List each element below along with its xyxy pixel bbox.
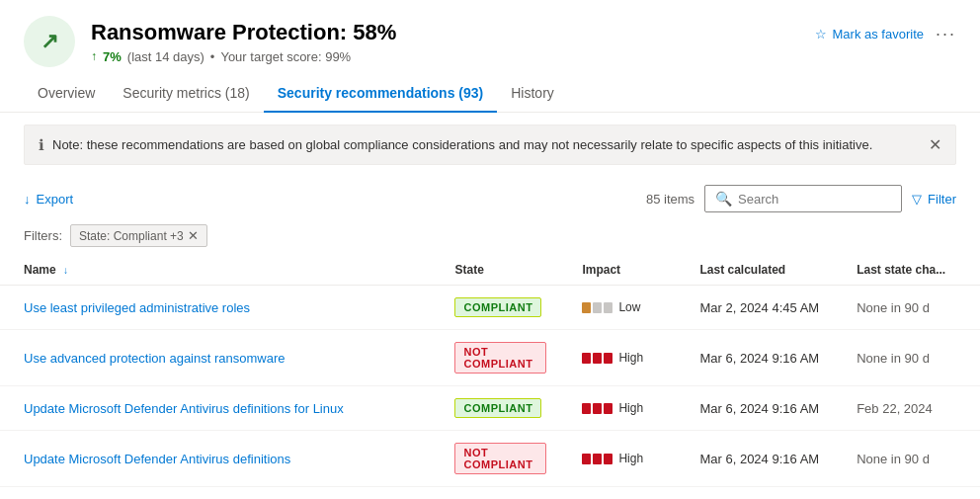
page-header: ↗ Ransomware Protection: 58% ↑ 7% (last … [0, 0, 980, 67]
notice-bar: ℹ Note: these recommendations are based … [24, 125, 956, 165]
notice-text: Note: these recommendations are based on… [52, 137, 872, 152]
notice-close-button[interactable]: ✕ [929, 135, 941, 154]
impact-label: Low [618, 300, 640, 314]
row-state: COMPLIANT [431, 386, 558, 431]
table-row: Use advanced protection against ransomwa… [0, 330, 980, 386]
impact-square [582, 454, 591, 464]
recommendations-table: Name ↓ State Impact Last calculated Last… [0, 255, 980, 487]
row-last-calculated: Mar 6, 2024 9:16 AM [676, 330, 833, 386]
row-impact: High [558, 431, 676, 487]
row-state: COMPLIANT [431, 286, 558, 330]
impact-square [593, 403, 602, 414]
impact-label: High [618, 351, 643, 365]
impact-square [593, 454, 602, 464]
notice-content: ℹ Note: these recommendations are based … [39, 136, 872, 154]
star-icon: ☆ [815, 27, 827, 42]
tab-overview[interactable]: Overview [24, 75, 109, 113]
row-state: NOT COMPLIANT [431, 431, 558, 487]
filter-icon: ▽ [912, 192, 922, 207]
toolbar-right: 85 items 🔍 ▽ Filter [646, 185, 956, 212]
col-name-label: Name [24, 263, 56, 277]
filter-button[interactable]: ▽ Filter [912, 192, 956, 207]
info-icon: ℹ [39, 136, 44, 154]
score-period: (last 14 days) [127, 49, 204, 64]
up-arrow-icon: ↑ [91, 49, 97, 63]
filters-label: Filters: [24, 228, 62, 243]
mark-favorite-button[interactable]: ☆ Mark as favorite [815, 27, 924, 42]
export-label: Export [37, 192, 74, 207]
row-impact: High [558, 386, 676, 431]
status-badge: COMPLIANT [454, 398, 541, 418]
row-last-state-change: None in 90 d [833, 330, 980, 386]
row-last-state-change: None in 90 d [833, 286, 980, 330]
target-score: Your target score: 99% [220, 49, 351, 64]
tab-security-metrics[interactable]: Security metrics (18) [109, 75, 263, 113]
row-last-calculated: Mar 2, 2024 4:45 AM [676, 286, 833, 330]
filter-tag: State: Compliant +3 ✕ [70, 224, 207, 247]
filter-tag-remove-button[interactable]: ✕ [188, 228, 199, 243]
search-icon: 🔍 [715, 191, 732, 207]
row-name[interactable]: Update Microsoft Defender Antivirus defi… [0, 386, 431, 431]
impact-square [593, 353, 602, 364]
status-badge: NOT COMPLIANT [454, 443, 546, 474]
col-header-name: Name ↓ [0, 255, 431, 286]
status-badge: NOT COMPLIANT [454, 342, 546, 374]
separator-dot: • [210, 49, 215, 64]
title-block: Ransomware Protection: 58% ↑ 7% (last 14… [91, 20, 396, 64]
tab-history[interactable]: History [497, 75, 568, 113]
impact-square [582, 302, 591, 313]
row-impact: Low [558, 286, 676, 330]
favorite-label: Mark as favorite [833, 27, 924, 42]
row-name[interactable]: Use advanced protection against ransomwa… [0, 330, 431, 386]
status-badge: COMPLIANT [454, 297, 541, 317]
impact-square [604, 302, 612, 313]
row-state: NOT COMPLIANT [431, 330, 558, 386]
items-count: 85 items [646, 192, 694, 207]
toolbar: ↓ Export 85 items 🔍 ▽ Filter [0, 177, 980, 220]
tab-security-recommendations[interactable]: Security recommendations (93) [264, 75, 498, 113]
trending-up-icon: ↗ [41, 29, 58, 54]
sort-arrow-icon: ↓ [63, 265, 68, 276]
col-header-impact: Impact [558, 255, 676, 286]
impact-label: High [618, 401, 643, 415]
col-header-last-calculated: Last calculated [676, 255, 833, 286]
search-input[interactable] [738, 192, 891, 207]
score-icon: ↗ [24, 16, 75, 67]
impact-square [604, 403, 612, 414]
row-last-state-change: None in 90 d [833, 431, 980, 487]
impact-square [593, 302, 602, 313]
table-header-row: Name ↓ State Impact Last calculated Last… [0, 255, 980, 286]
row-name[interactable]: Use least privileged administrative role… [0, 286, 431, 330]
search-box[interactable]: 🔍 [704, 185, 902, 212]
col-header-last-state-change: Last state cha... [833, 255, 980, 286]
filter-tag-text: State: Compliant +3 [79, 229, 184, 243]
filter-label: Filter [928, 192, 956, 207]
table-row: Use least privileged administrative role… [0, 286, 980, 330]
impact-label: High [618, 452, 643, 465]
row-last-calculated: Mar 6, 2024 9:16 AM [676, 431, 833, 487]
row-last-calculated: Mar 6, 2024 9:16 AM [676, 386, 833, 431]
impact-square [604, 353, 612, 364]
impact-square [582, 403, 591, 414]
subtitle: ↑ 7% (last 14 days) • Your target score:… [91, 49, 396, 64]
col-header-state: State [431, 255, 558, 286]
header-left: ↗ Ransomware Protection: 58% ↑ 7% (last … [24, 16, 396, 67]
export-button[interactable]: ↓ Export [24, 192, 73, 207]
table-row: Update Microsoft Defender Antivirus defi… [0, 386, 980, 431]
tabs-bar: Overview Security metrics (18) Security … [0, 75, 980, 113]
more-options-button[interactable]: ··· [936, 24, 956, 44]
impact-square [604, 454, 612, 464]
impact-square [582, 353, 591, 364]
row-name[interactable]: Update Microsoft Defender Antivirus defi… [0, 431, 431, 487]
table-row: Update Microsoft Defender Antivirus defi… [0, 431, 980, 487]
row-impact: High [558, 330, 676, 386]
export-icon: ↓ [24, 192, 31, 207]
row-last-state-change: Feb 22, 2024 [833, 386, 980, 431]
page-title: Ransomware Protection: 58% [91, 20, 396, 45]
score-change: 7% [103, 49, 122, 64]
header-actions: ☆ Mark as favorite ··· [815, 16, 957, 44]
filters-row: Filters: State: Compliant +3 ✕ [0, 220, 980, 255]
